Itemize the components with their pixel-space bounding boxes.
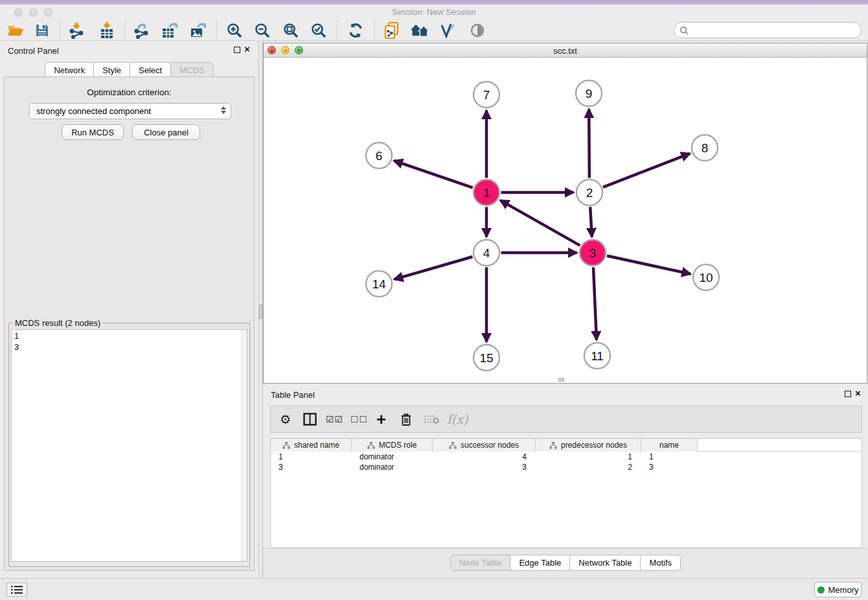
close-panel-icon[interactable]: × [855, 388, 861, 398]
table-cell[interactable]: dominator [352, 452, 433, 462]
tab-node-table[interactable]: Node Table [450, 555, 511, 571]
delete-row-button[interactable] [400, 406, 412, 432]
zoom-out-button[interactable] [253, 21, 272, 40]
import-network-button[interactable] [67, 21, 86, 40]
column-header-successor-nodes[interactable]: successor nodes [433, 439, 536, 452]
node-1[interactable]: 1 [474, 179, 499, 205]
table-cell[interactable]: 4 [433, 452, 536, 462]
table-row[interactable]: 3dominator323 [271, 462, 862, 472]
node-15[interactable]: 15 [474, 345, 499, 371]
control-panel-header: Control Panel × [0, 41, 258, 59]
column-header-predecessor-nodes[interactable]: predecessor nodes [536, 439, 641, 452]
select-all-button[interactable]: ☑☑ [326, 406, 343, 432]
tab-edge-table[interactable]: Edge Table [510, 555, 570, 571]
edge-3-10[interactable] [607, 256, 691, 274]
task-history-button[interactable] [6, 583, 27, 597]
column-header-mcds-role[interactable]: MCDS role [352, 439, 433, 452]
node-9[interactable]: 9 [576, 80, 602, 106]
export-table-button[interactable] [160, 21, 179, 40]
table-panel: Table Panel × ⚙ ☑☑ ☐☐ + f(x) shared name… [263, 385, 868, 575]
svg-text:15: 15 [479, 351, 493, 365]
network-window-titlebar: x − + scc.txt [264, 43, 867, 58]
node-7[interactable]: 7 [474, 82, 499, 108]
splitter-grip[interactable] [259, 305, 262, 319]
delete-table-button[interactable] [424, 406, 439, 432]
save-session-button[interactable] [32, 21, 52, 40]
table-panel-footer: Node TableEdge TableNetwork TableMotifs [263, 548, 868, 575]
add-row-button[interactable]: + [376, 406, 386, 432]
edge-4-14[interactable] [394, 257, 473, 279]
memory-button[interactable]: Memory [814, 582, 862, 597]
node-14[interactable]: 14 [366, 271, 392, 297]
run-mcds-button[interactable]: Run MCDS [62, 124, 124, 140]
float-panel-icon[interactable] [234, 47, 240, 53]
result-scrollbar[interactable] [241, 330, 247, 561]
memory-label: Memory [828, 585, 859, 595]
mcds-result-text[interactable]: 1 3 [11, 329, 247, 562]
hide-panels-button[interactable] [468, 21, 487, 40]
node-11[interactable]: 11 [584, 343, 610, 369]
edge-2-8[interactable] [603, 154, 690, 187]
node-4[interactable]: 4 [474, 240, 499, 266]
deselect-all-button[interactable]: ☐☐ [350, 406, 368, 432]
edge-3-11[interactable] [593, 267, 597, 340]
table-cell[interactable]: 1 [271, 452, 352, 462]
export-image-button[interactable] [188, 21, 208, 40]
table-body: 1dominator4113dominator323 [271, 452, 862, 472]
show-columns-button[interactable] [303, 406, 317, 432]
unchecked-boxes-icon: ☐☐ [350, 414, 368, 424]
refresh-icon [347, 22, 364, 39]
node-8[interactable]: 8 [692, 135, 718, 161]
table-cell[interactable]: 2 [536, 462, 641, 472]
column-header-name[interactable]: name [641, 439, 698, 452]
edge-1-6[interactable] [394, 161, 473, 188]
node-2[interactable]: 2 [577, 179, 602, 205]
apply-layout-button[interactable] [346, 21, 365, 40]
columns-icon [303, 413, 317, 426]
table-cell[interactable]: dominator [352, 462, 433, 472]
column-header-shared-name[interactable]: shared name [271, 439, 352, 452]
search-input[interactable] [692, 25, 861, 35]
optimization-criterion-select[interactable]: strongly connected component [29, 103, 231, 119]
svg-text:11: 11 [591, 349, 604, 363]
svg-text:6: 6 [376, 149, 383, 163]
import-table-button[interactable] [97, 21, 117, 40]
node-3[interactable]: 3 [580, 240, 606, 266]
save-icon [34, 23, 50, 38]
svg-text:2: 2 [586, 186, 593, 200]
edge-2-3[interactable] [590, 207, 591, 237]
table-cell[interactable]: 3 [271, 462, 352, 472]
home-button[interactable] [410, 21, 429, 40]
function-builder-button[interactable]: f(x) [447, 406, 468, 432]
table-cell[interactable]: 1 [536, 452, 641, 462]
close-panel-button[interactable]: Close panel [132, 124, 200, 140]
node-6[interactable]: 6 [366, 143, 392, 168]
table-tabs: Node TableEdge TableNetwork TableMotifs [263, 555, 868, 571]
edge-2-9[interactable] [589, 109, 589, 178]
float-panel-icon[interactable] [845, 391, 851, 397]
style-validate-button[interactable] [439, 21, 458, 40]
node-10[interactable]: 10 [693, 264, 719, 290]
edges-layer [394, 109, 691, 341]
table-row[interactable]: 1dominator411 [271, 452, 862, 462]
tab-motifs[interactable]: Motifs [640, 555, 681, 571]
tab-network-table[interactable]: Network Table [569, 555, 641, 571]
zoom-selected-button[interactable] [309, 21, 328, 40]
svg-text:1: 1 [483, 186, 490, 200]
open-file-button[interactable] [6, 21, 25, 40]
zoom-in-button[interactable] [225, 21, 244, 40]
svg-text:3: 3 [589, 246, 597, 260]
table-cell[interactable]: 1 [641, 452, 698, 462]
table-settings-button[interactable]: ⚙ [280, 406, 291, 432]
network-canvas[interactable]: 7968124314101511 [264, 58, 867, 383]
export-table-icon [161, 22, 179, 39]
table-cell[interactable]: 3 [641, 462, 698, 472]
export-network-button[interactable] [131, 21, 151, 40]
canvas-splitter-handle[interactable] [558, 378, 564, 382]
edge-3-1[interactable] [500, 200, 580, 246]
table-cell[interactable]: 3 [433, 462, 536, 472]
zoom-fit-button[interactable] [281, 21, 301, 40]
svg-text:7: 7 [483, 88, 490, 102]
close-panel-icon[interactable]: × [244, 44, 250, 54]
open-recent-session-button[interactable] [382, 21, 402, 40]
